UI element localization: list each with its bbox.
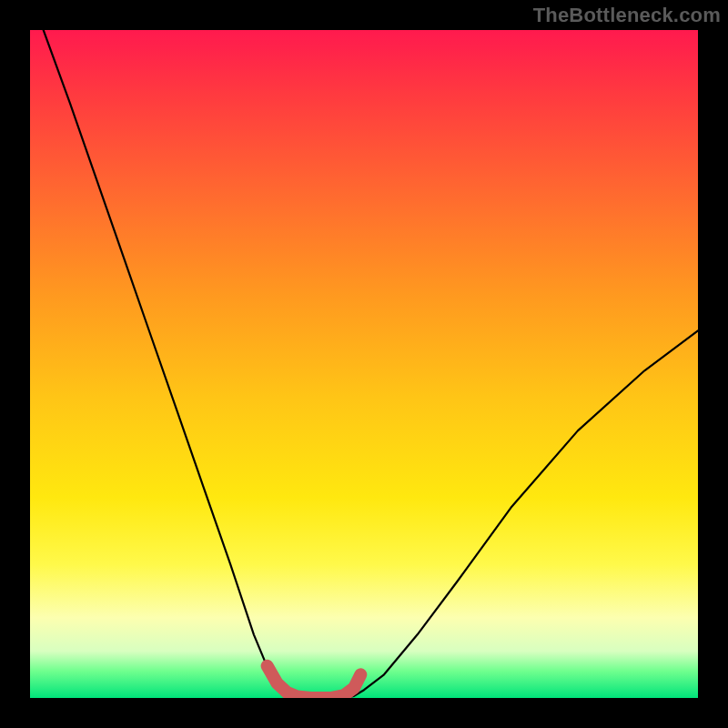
watermark-text: TheBottleneck.com <box>533 4 721 27</box>
bottleneck-curve <box>44 30 698 698</box>
flat-bottom-highlight <box>268 666 361 698</box>
curve-layer <box>30 30 698 698</box>
chart-frame: TheBottleneck.com <box>0 0 728 728</box>
plot-area <box>30 30 698 698</box>
